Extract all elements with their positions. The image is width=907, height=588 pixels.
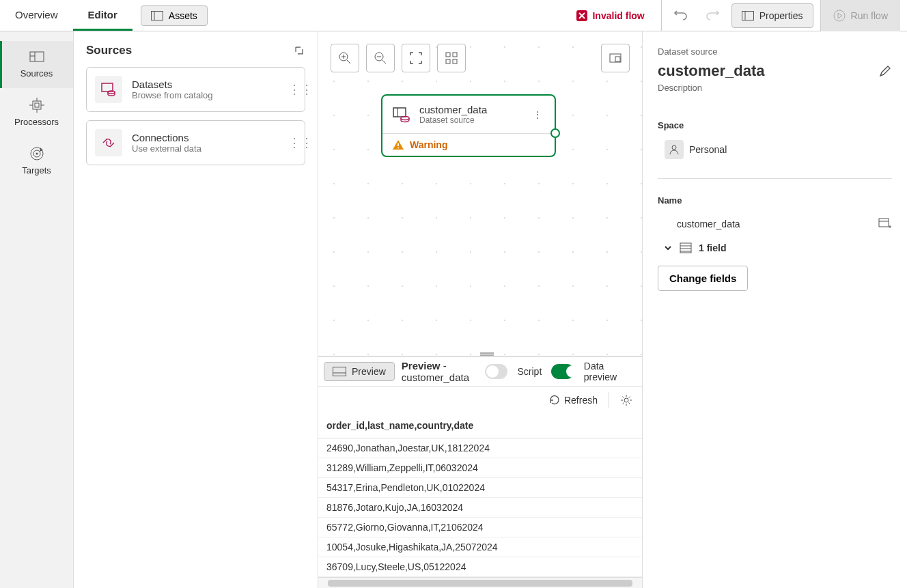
refresh-label: Refresh <box>564 395 598 406</box>
sources-title: Sources <box>86 44 132 57</box>
error-icon <box>576 10 588 22</box>
dataset-icon <box>392 105 411 124</box>
panel-icon <box>742 11 754 20</box>
table-row: 31289,William,Zeppelli,IT,06032024 <box>318 458 642 478</box>
tab-overview[interactable]: Overview <box>0 1 73 31</box>
zoom-out-icon <box>374 51 387 65</box>
table-row: 24690,Jonathan,Joestar,UK,18122024 <box>318 438 642 458</box>
preview-tab-button[interactable]: Preview <box>324 362 395 381</box>
minimap-button[interactable] <box>601 44 630 72</box>
props-description-label: Description <box>658 83 892 93</box>
left-rail: Sources Processors Targets <box>0 31 74 588</box>
node-warning: Warning <box>382 133 555 156</box>
properties-panel: Dataset source customer_data Description… <box>642 31 907 588</box>
svg-line-25 <box>382 60 386 64</box>
space-value: Personal <box>658 137 734 162</box>
refresh-button[interactable]: Refresh <box>549 395 598 406</box>
node-subtitle: Dataset source <box>419 115 487 125</box>
rail-processors-label: Processors <box>14 117 59 127</box>
assets-label: Assets <box>169 10 197 21</box>
play-icon <box>833 10 846 22</box>
tab-editor[interactable]: Editor <box>73 1 132 31</box>
zoom-in-button[interactable] <box>331 44 359 72</box>
user-icon <box>665 140 684 159</box>
list-icon <box>680 242 692 253</box>
props-kicker: Dataset source <box>658 46 892 57</box>
svg-rect-0 <box>151 11 163 20</box>
table-row: 36709,Lucy,Steele,US,05122024 <box>318 557 642 577</box>
invalid-flow-status: Invalid flow <box>566 4 654 27</box>
script-toggle[interactable] <box>485 364 508 379</box>
center-column: customer_data Dataset source ⋮ Warning P… <box>318 31 642 588</box>
table-add-icon <box>878 218 892 230</box>
flow-canvas[interactable]: customer_data Dataset source ⋮ Warning <box>318 31 642 356</box>
canvas-toolbar <box>331 44 466 72</box>
table-row: 65772,Giorno,Giovanna,IT,21062024 <box>318 518 642 537</box>
connections-title: Connections <box>132 132 201 143</box>
grid-button[interactable] <box>437 44 466 72</box>
minimap-icon <box>609 51 622 65</box>
drag-handle-icon[interactable]: ⋮⋮ <box>288 141 296 145</box>
target-icon <box>29 146 44 161</box>
name-label: Name <box>658 195 892 206</box>
node-title: customer_data <box>419 104 487 115</box>
horizontal-scrollbar[interactable] <box>318 577 642 588</box>
rail-sources[interactable]: Sources <box>0 41 73 88</box>
svg-rect-3 <box>742 11 753 20</box>
zoom-out-button[interactable] <box>366 44 395 72</box>
svg-point-17 <box>36 153 38 155</box>
rail-sources-label: Sources <box>20 68 53 79</box>
properties-label: Properties <box>759 10 803 21</box>
sources-panel: Sources Datasets Browse from catalog ⋮⋮ … <box>74 31 318 588</box>
edit-title-button[interactable] <box>878 64 892 78</box>
fit-button[interactable] <box>402 44 430 72</box>
drag-handle-icon[interactable]: ⋮⋮ <box>288 87 296 92</box>
gear-icon <box>620 394 632 406</box>
warning-icon <box>392 139 404 150</box>
svg-rect-27 <box>446 53 450 57</box>
table-header: order_id,last_name,country,date <box>318 413 642 438</box>
node-output-port[interactable] <box>550 128 560 138</box>
node-customer-data[interactable]: customer_data Dataset source ⋮ Warning <box>381 94 556 157</box>
add-table-button[interactable] <box>878 218 892 230</box>
redo-icon <box>705 10 720 22</box>
svg-point-42 <box>672 145 676 150</box>
chevron-down-icon <box>663 243 673 253</box>
datasets-icon <box>95 76 122 103</box>
preview-settings-button[interactable] <box>620 394 632 406</box>
rail-targets[interactable]: Targets <box>0 137 73 185</box>
preview-bar: Preview Preview - customer_data Script D… <box>318 356 642 386</box>
svg-line-21 <box>347 60 350 64</box>
node-menu-button[interactable]: ⋮ <box>530 107 545 123</box>
run-flow-button: Run flow <box>820 0 900 31</box>
props-title-row: customer_data <box>658 62 892 80</box>
change-fields-button[interactable]: Change fields <box>658 266 748 291</box>
script-label: Script <box>517 366 542 377</box>
svg-rect-33 <box>393 108 406 117</box>
source-card-connections[interactable]: Connections Use external data ⋮⋮ <box>86 120 305 165</box>
space-label: Space <box>658 120 892 130</box>
preview-title: Preview - customer_data <box>402 360 478 383</box>
sources-icon <box>29 51 45 64</box>
field-count-label: 1 field <box>699 242 726 253</box>
name-value-row: customer_data <box>658 212 892 236</box>
undo-button[interactable] <box>669 3 693 28</box>
svg-rect-18 <box>102 83 113 92</box>
svg-rect-32 <box>615 57 620 61</box>
fields-expand-row[interactable]: 1 field <box>658 236 892 266</box>
assets-button[interactable]: Assets <box>141 5 208 26</box>
svg-rect-38 <box>333 367 346 376</box>
preview-actions: Refresh <box>318 386 642 413</box>
pencil-icon <box>878 64 892 78</box>
properties-button[interactable]: Properties <box>731 3 813 28</box>
source-card-datasets[interactable]: Datasets Browse from catalog ⋮⋮ <box>86 67 305 112</box>
redo-button[interactable] <box>700 3 725 28</box>
svg-rect-30 <box>453 59 457 64</box>
svg-rect-29 <box>446 59 450 64</box>
preview-panel-icon <box>333 367 346 376</box>
data-preview-toggle[interactable] <box>551 364 574 379</box>
collapse-panel-button[interactable] <box>293 44 305 57</box>
rail-processors[interactable]: Processors <box>0 88 73 137</box>
preview-table: order_id,last_name,country,date 24690,Jo… <box>318 413 642 577</box>
refresh-icon <box>549 395 560 406</box>
